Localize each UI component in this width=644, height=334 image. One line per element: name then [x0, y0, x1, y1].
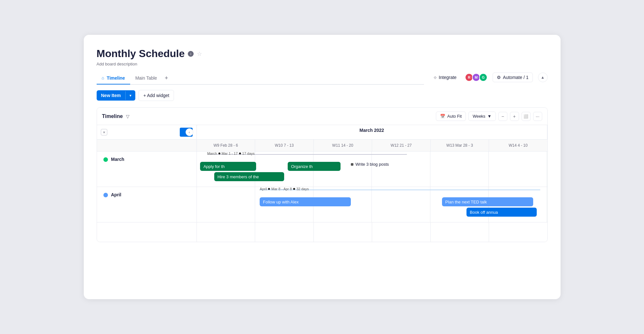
april-range-line: April Mar 8 - Apr 8 32 days	[260, 190, 540, 190]
timeline-header-bar: Timeline ▽ 📅 Auto Fit Weeks ▼ − + ⬜ ···	[97, 108, 547, 125]
board-title: Monthly Schedule	[97, 48, 185, 60]
home-icon: ⌂	[102, 75, 104, 80]
march-bars-area: March Mar 1 - 17 17 days Apply for th	[197, 152, 547, 187]
week-cell-1: W10 7 - 13	[255, 140, 314, 151]
april-range-dot-1	[268, 188, 270, 190]
write-blog-dot	[351, 163, 353, 166]
write-blog-area: Write 3 blog posts	[351, 162, 389, 167]
week-cols: W9 Feb 28 - 6 W10 7 - 13 W11 14 - 20 W12…	[197, 140, 547, 151]
timeline-controls: 📅 Auto Fit Weeks ▼ − + ⬜ ···	[436, 112, 542, 121]
group-row-march: March March	[97, 152, 547, 187]
week-cell-4: W13 Mar 28 - 3	[431, 140, 489, 151]
task-bar-apply[interactable]: Apply for th	[200, 162, 256, 171]
week-cell-3: W12 21 - 27	[372, 140, 431, 151]
week-cell-2: W11 14 - 20	[314, 140, 372, 151]
write-blog-label: Write 3 blog posts	[355, 162, 389, 167]
star-icon[interactable]: ☆	[197, 50, 202, 57]
calendar-icon: 📅	[440, 114, 445, 119]
add-widget-button[interactable]: + Add widget	[139, 90, 174, 101]
integrate-icon: ⟐	[434, 74, 437, 80]
task-bar-followup[interactable]: Follow up with Alex	[260, 197, 351, 206]
timeline-label: Timeline	[102, 113, 123, 119]
month-header-row: ✕ ‹ March 2022	[97, 125, 547, 140]
april-range-dot-2	[293, 188, 295, 190]
empty-group-label	[97, 222, 197, 242]
new-item-chevron-icon[interactable]: ▼	[125, 91, 135, 100]
zoom-out-button[interactable]: −	[498, 112, 507, 121]
data-cols-march: March Mar 1 - 17 17 days Apply for th	[197, 152, 547, 187]
empty-row	[97, 222, 547, 242]
group-label-march: March	[97, 152, 197, 187]
more-options-button[interactable]: ···	[533, 112, 542, 121]
group-row-april: April April	[97, 187, 547, 222]
board-title-row: Monthly Schedule i ☆	[97, 48, 548, 60]
week-cell-0: W9 Feb 28 - 6	[197, 140, 255, 151]
task-bar-ted[interactable]: Plan the next TED talk	[442, 197, 533, 206]
tab-main-table[interactable]: Main Table	[130, 72, 162, 84]
info-icon[interactable]: i	[188, 51, 194, 57]
avatar-3: G	[479, 73, 487, 82]
timeline-title-area: Timeline ▽	[102, 113, 130, 119]
task-bar-organize[interactable]: Organize th	[288, 162, 340, 171]
automate-icon: ⚙	[497, 75, 501, 80]
toolbar-right: ⟐ Integrate R M G ⚙ Automate / 1 ▲	[430, 73, 548, 85]
auto-fit-button[interactable]: 📅 Auto Fit	[436, 112, 466, 121]
week-row: W9 Feb 28 - 6 W10 7 - 13 W11 14 - 20 W12…	[97, 140, 547, 152]
timeline-container: Timeline ▽ 📅 Auto Fit Weeks ▼ − + ⬜ ···	[97, 107, 548, 242]
export-button[interactable]: ⬜	[522, 112, 531, 121]
task-bar-hire[interactable]: Hire 3 members of the	[214, 172, 284, 181]
month-row-label: ✕ ‹	[97, 125, 197, 139]
march-range-line: March Mar 1 - 17 17 days	[207, 154, 407, 154]
week-cell-5: W14 4 - 10	[489, 140, 547, 151]
week-label-spacer	[97, 140, 197, 151]
new-item-button[interactable]: New Item ▼	[97, 90, 135, 101]
task-bar-book[interactable]: Book off annua	[466, 208, 537, 217]
empty-data-cols	[197, 222, 547, 242]
data-cols-april: April Mar 8 - Apr 8 32 days Follow up wi…	[197, 187, 547, 222]
zoom-in-button[interactable]: +	[510, 112, 519, 121]
group-name-april: April	[111, 192, 121, 197]
board-description[interactable]: Add board description	[97, 62, 548, 66]
tab-timeline[interactable]: ⌂ Timeline	[97, 72, 130, 84]
avatar-group: R M G	[465, 73, 487, 82]
month-header-cols: March 2022	[197, 125, 547, 139]
close-icon[interactable]: ✕	[101, 129, 107, 135]
chevron-down-icon: ▼	[487, 114, 492, 119]
integrate-button[interactable]: ⟐ Integrate	[430, 73, 460, 82]
add-widget-label: + Add widget	[143, 93, 169, 98]
range-dot-1	[218, 152, 220, 154]
timeline-grid: ✕ ‹ March 2022 W9 Feb 28 - 6 W1	[97, 125, 547, 242]
month-title: March 2022	[197, 125, 547, 139]
action-bar: New Item ▼ + Add widget	[97, 90, 548, 101]
tab-add-button[interactable]: +	[162, 72, 171, 85]
group-label-april: April	[97, 187, 197, 222]
nav-prev-button[interactable]: ‹	[186, 128, 193, 136]
board-header: Monthly Schedule i ☆ Add board descripti…	[97, 48, 548, 66]
april-bars-area: April Mar 8 - Apr 8 32 days Follow up wi…	[197, 187, 547, 222]
app-container: Monthly Schedule i ☆ Add board descripti…	[84, 35, 561, 299]
group-dot-april	[103, 193, 108, 197]
weeks-dropdown[interactable]: Weeks ▼	[468, 112, 495, 121]
group-dot-march	[103, 157, 108, 162]
filter-icon[interactable]: ▽	[126, 114, 130, 119]
new-item-label: New Item	[97, 90, 125, 101]
range-dot-2	[239, 152, 241, 154]
collapse-button[interactable]: ▲	[538, 73, 548, 82]
group-name-march: March	[111, 157, 124, 162]
automate-button[interactable]: ⚙ Automate / 1	[493, 73, 533, 82]
tabs-row: ⌂ Timeline Main Table +	[97, 72, 424, 85]
